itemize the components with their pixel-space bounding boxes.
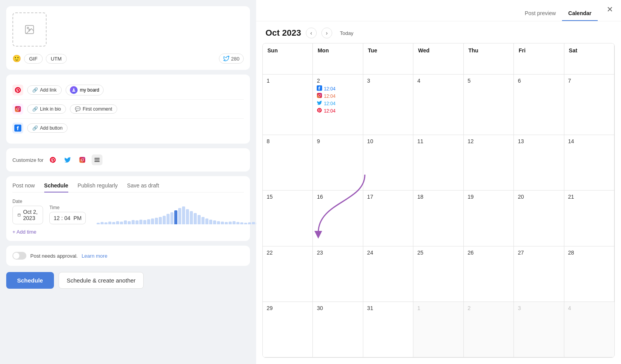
first-comment-button[interactable]: 💬 First comment [70, 104, 117, 114]
day-number: 19 [468, 194, 510, 200]
image-upload-area[interactable] [12, 12, 47, 47]
board-selector[interactable]: my board [66, 85, 104, 95]
date-input[interactable]: Oct 2, 2023 [12, 206, 43, 224]
today-button[interactable]: Today [337, 29, 357, 38]
calendar-cell[interactable]: 7 [564, 75, 614, 135]
add-button-button[interactable]: 🔗 Add button [27, 123, 68, 133]
calendar-cell[interactable]: 29 [263, 302, 313, 357]
chart-bar [147, 219, 150, 224]
calendar-cell[interactable]: 30 [313, 302, 363, 357]
time-label: Time [49, 205, 86, 210]
tab-calendar[interactable]: Calendar [562, 6, 598, 21]
calendar-cell[interactable]: 1 [413, 302, 463, 357]
calendar-cell[interactable]: 6 [514, 75, 564, 135]
calendar-cell[interactable]: 16 [313, 191, 363, 246]
calendar-cell[interactable]: 20 [514, 191, 564, 246]
add-time-button[interactable]: + Add time [12, 229, 36, 235]
tab-post-now[interactable]: Post now [12, 182, 35, 192]
calendar-cell[interactable]: 26 [464, 246, 514, 302]
chart-bar [236, 222, 239, 224]
tab-post-preview[interactable]: Post preview [519, 6, 562, 21]
approval-toggle[interactable] [12, 252, 26, 260]
chart-bar [174, 210, 177, 224]
prev-month-button[interactable]: ‹ [306, 28, 317, 38]
event-pill[interactable]: 12:04 [317, 107, 359, 114]
customize-twitter[interactable] [62, 154, 73, 165]
customize-row: Customize for [12, 154, 244, 165]
chart-bar [209, 220, 212, 224]
chart-bar [101, 222, 104, 224]
tab-publish-regularly[interactable]: Publish regularly [78, 182, 118, 192]
chart-bar [248, 222, 251, 224]
next-month-button[interactable]: › [321, 28, 332, 38]
calendar-cell[interactable]: 10 [363, 135, 413, 191]
bottom-buttons: Schedule Schedule & create another [6, 270, 250, 289]
chart-bar [252, 222, 255, 224]
event-platform-icon [317, 93, 322, 99]
chart-bar [167, 214, 170, 224]
calendar-cell[interactable]: 25 [413, 246, 463, 302]
calendar-cell[interactable]: 2 [464, 302, 514, 357]
day-number: 16 [317, 194, 359, 200]
event-pill[interactable]: 12:04 [317, 93, 359, 99]
chart-bar [143, 220, 146, 224]
calendar-cell[interactable]: 18 [413, 191, 463, 246]
calendar-cell[interactable]: 14 [564, 135, 614, 191]
calendar-cell[interactable]: 27 [514, 246, 564, 302]
calendar-cell[interactable]: 212:0412:0412:0412:04 [313, 75, 363, 135]
calendar-cell[interactable]: 15 [263, 191, 313, 246]
calendar-cell[interactable]: 4 [413, 75, 463, 135]
chart-bar [155, 218, 158, 224]
add-link-button-pinterest[interactable]: 🔗 Add link [27, 85, 62, 95]
calendar-cell[interactable]: 19 [464, 191, 514, 246]
schedule-card: Post now Schedule Publish regularly Save… [6, 176, 250, 241]
calendar-cell[interactable]: 3 [363, 75, 413, 135]
chart-bar [151, 218, 154, 224]
calendar-cell[interactable]: 8 [263, 135, 313, 191]
customize-instagram[interactable] [77, 154, 88, 165]
calendar-cell[interactable]: 11 [413, 135, 463, 191]
calendar-cell[interactable]: 9 [313, 135, 363, 191]
calendar-cell[interactable]: 1 [263, 75, 313, 135]
customize-buffer[interactable] [92, 154, 102, 165]
calendar-cell[interactable]: 13 [514, 135, 564, 191]
toolbar-row: 🙂 GIF UTM 280 [12, 50, 244, 64]
close-button[interactable]: ✕ [607, 5, 613, 14]
link-in-bio-button[interactable]: 🔗 Link in bio [27, 104, 66, 114]
calendar-cell[interactable]: 24 [363, 246, 413, 302]
day-number: 18 [417, 194, 459, 200]
instagram-row: 🔗 Link in bio 💬 First comment [12, 100, 244, 119]
customize-pinterest[interactable] [47, 154, 58, 165]
chart-bar [221, 222, 224, 224]
gif-button[interactable]: GIF [24, 54, 43, 64]
time-input[interactable]: 12 : 04 PM [49, 212, 86, 224]
schedule-another-button[interactable]: Schedule & create another [59, 272, 144, 289]
calendar-cell[interactable]: 12 [464, 135, 514, 191]
calendar-cell[interactable]: 31 [363, 302, 413, 357]
calendar-cell[interactable]: 17 [363, 191, 413, 246]
calendar-cell[interactable]: 21 [564, 191, 614, 246]
svg-point-4 [73, 88, 75, 90]
chart-bar [186, 209, 189, 224]
svg-rect-20 [317, 93, 322, 98]
event-pill[interactable]: 12:04 [317, 100, 359, 107]
day-number: 21 [568, 194, 610, 200]
calendar-cell[interactable]: 23 [313, 246, 363, 302]
event-pill[interactable]: 12:04 [317, 85, 359, 92]
learn-more-link[interactable]: Learn more [82, 253, 107, 259]
chart-bar [159, 217, 162, 224]
schedule-button[interactable]: Schedule [6, 272, 54, 289]
svg-point-22 [321, 94, 321, 94]
calendar-cell[interactable]: 22 [263, 246, 313, 302]
calendar-cell[interactable]: 4 [564, 302, 614, 357]
chart-bar [128, 221, 131, 224]
tab-schedule[interactable]: Schedule [44, 182, 68, 192]
calendar-cell[interactable]: 5 [464, 75, 514, 135]
calendar-cell[interactable]: 28 [564, 246, 614, 302]
tab-save-as-draft[interactable]: Save as draft [127, 182, 159, 192]
utm-button[interactable]: UTM [46, 54, 67, 64]
chart-bar [213, 220, 216, 224]
chart-bar [104, 222, 108, 224]
calendar-cell[interactable]: 3 [514, 302, 564, 357]
emoji-icon[interactable]: 🙂 [12, 54, 21, 63]
